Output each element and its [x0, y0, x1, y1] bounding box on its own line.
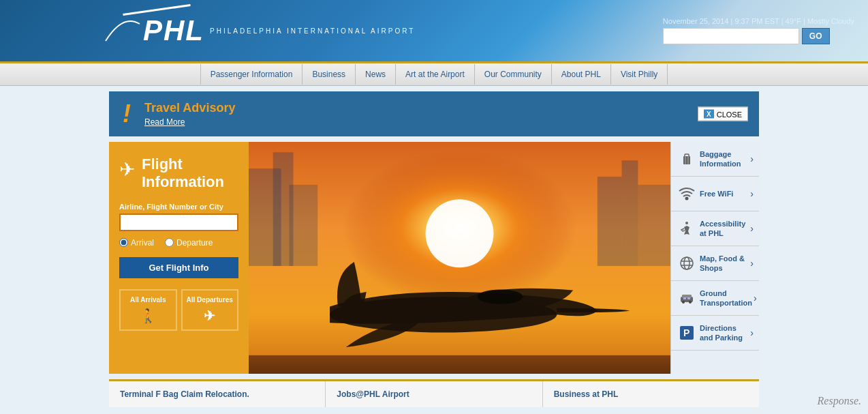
svg-rect-10	[622, 160, 638, 266]
sidebar-item-ground[interactable]: Ground Transportation ›	[671, 281, 759, 316]
hero-image	[249, 142, 670, 374]
departure-label: Departure	[176, 238, 213, 248]
svg-point-18	[681, 257, 693, 269]
advisory-icon: !	[123, 100, 131, 128]
get-flight-info-button[interactable]: Get Flight Info	[119, 257, 238, 278]
nav-visit-philly[interactable]: Visit Philly	[611, 64, 668, 85]
sidebar-item-parking[interactable]: P Directions and Parking ›	[671, 316, 759, 351]
header: PHL PHILADELPHIA INTERNATIONAL AIRPORT N…	[0, 0, 868, 61]
go-button[interactable]: GO	[802, 28, 830, 44]
accessibility-icon	[677, 218, 697, 239]
watermark: Response.	[818, 395, 861, 407]
advisory-title: Travel Advisory	[144, 101, 235, 115]
news-strip: Terminal F Bag Claim Relocation. Jobs@PH…	[109, 379, 759, 407]
flight-input-label: Airline, Flight Number or City	[119, 203, 238, 211]
wifi-icon	[677, 183, 697, 204]
svg-point-25	[689, 301, 692, 304]
search-container: GO	[663, 28, 854, 44]
nav-art-at-airport[interactable]: Art at the Airport	[396, 64, 475, 85]
svg-point-5	[478, 289, 523, 304]
sunset-svg	[249, 142, 670, 374]
svg-point-17	[685, 222, 688, 224]
advisory-close-button[interactable]: X CLOSE	[698, 107, 748, 121]
plane-icon: ✈	[119, 158, 135, 181]
svg-point-24	[682, 301, 685, 304]
close-label: CLOSE	[717, 110, 742, 118]
all-departures-button[interactable]: All Departures ✈	[181, 289, 239, 331]
nav-business[interactable]: Business	[303, 64, 356, 85]
logo-container: PHL PHILADELPHIA INTERNATIONAL AIRPORT	[102, 14, 415, 48]
parking-text: Directions and Parking	[700, 323, 749, 343]
ground-transport-icon	[677, 288, 697, 308]
all-arrivals-label: All Arrivals	[130, 296, 166, 304]
departure-radio-label[interactable]: Departure	[165, 238, 213, 248]
advisory-text: Travel Advisory Read More	[144, 101, 235, 128]
close-x-icon: X	[704, 110, 714, 119]
logo-phl: PHL	[143, 14, 204, 47]
svg-rect-12	[683, 156, 690, 164]
map-text: Map, Food & Shops	[700, 254, 749, 273]
nav-bar: Passenger Information Business News Art …	[0, 61, 868, 86]
news-text-3: Business at PHL	[554, 389, 619, 399]
arrivals-person-icon: 🚶	[140, 308, 157, 324]
news-item-2[interactable]: Jobs@PHL Airport	[326, 381, 542, 407]
svg-rect-27	[687, 297, 690, 299]
flight-panel: ✈ FlightInformation Airline, Flight Numb…	[109, 142, 249, 374]
map-arrow-icon: ›	[750, 258, 754, 269]
svg-point-19	[684, 257, 689, 269]
sidebar-item-baggage[interactable]: Baggage Information ›	[671, 142, 759, 177]
nav-passenger-information[interactable]: Passenger Information	[200, 64, 303, 85]
svg-rect-11	[638, 185, 670, 266]
logo-arc-icon	[102, 14, 143, 48]
map-icon	[677, 253, 697, 273]
news-item-3[interactable]: Business at PHL	[543, 381, 759, 407]
flight-info-title: FlightInformation	[142, 156, 224, 192]
search-input[interactable]	[663, 28, 799, 44]
nav-news[interactable]: News	[356, 64, 396, 85]
main-content: ✈ FlightInformation Airline, Flight Numb…	[109, 142, 759, 374]
nav-about-phl[interactable]: About PHL	[552, 64, 611, 85]
sidebar-item-map[interactable]: Map, Food & Shops ›	[671, 246, 759, 281]
all-arrivals-button[interactable]: All Arrivals 🚶	[119, 289, 177, 331]
arrival-label: Arrival	[131, 238, 154, 248]
arrivals-departures: All Arrivals 🚶 All Departures ✈	[119, 289, 238, 331]
svg-rect-3	[249, 355, 670, 374]
logo-subtitle: PHILADELPHIA INTERNATIONAL AIRPORT	[210, 27, 415, 35]
arrival-radio-label[interactable]: Arrival	[119, 238, 154, 248]
departures-plane-icon: ✈	[204, 308, 215, 324]
sidebar-item-wifi[interactable]: Free WiFi ›	[671, 177, 759, 211]
svg-point-2	[426, 199, 494, 267]
right-sidebar: Baggage Information › Free WiFi ›	[670, 142, 759, 374]
svg-point-16	[686, 198, 688, 200]
date-weather: November 25, 2014 | 9:37 PM EST | 49°F |…	[663, 17, 854, 25]
wifi-text: Free WiFi	[700, 189, 749, 198]
radio-group: Arrival Departure	[119, 238, 238, 248]
advisory-bar: ! Travel Advisory Read More X CLOSE	[109, 91, 759, 136]
parking-icon: P	[677, 323, 697, 343]
nav-our-community[interactable]: Our Community	[475, 64, 552, 85]
header-right: November 25, 2014 | 9:37 PM EST | 49°F |…	[663, 17, 854, 44]
flight-panel-header: ✈ FlightInformation	[119, 156, 238, 192]
sidebar-item-accessibility[interactable]: Accessibility at PHL ›	[671, 211, 759, 246]
ground-text: Ground Transportation	[700, 289, 752, 308]
svg-text:P: P	[683, 327, 689, 338]
ground-arrow-icon: ›	[754, 293, 757, 304]
accessibility-arrow-icon: ›	[750, 223, 754, 234]
accessibility-text: Accessibility at PHL	[700, 219, 749, 239]
parking-arrow-icon: ›	[750, 327, 754, 338]
news-text-1: Terminal F Bag Claim Relocation.	[120, 389, 249, 399]
news-item-1[interactable]: Terminal F Bag Claim Relocation.	[109, 381, 326, 407]
baggage-text: Baggage Information	[700, 149, 749, 169]
baggage-icon	[677, 149, 697, 169]
svg-rect-8	[290, 185, 318, 266]
departure-radio[interactable]	[165, 238, 174, 247]
advisory-read-more[interactable]: Read More	[144, 117, 185, 127]
svg-rect-26	[683, 297, 686, 299]
wifi-arrow-icon: ›	[750, 188, 754, 199]
arrival-radio[interactable]	[119, 238, 128, 247]
all-departures-label: All Departures	[187, 296, 233, 304]
svg-rect-9	[598, 177, 622, 266]
flight-search-input[interactable]	[119, 213, 238, 231]
baggage-arrow-icon: ›	[750, 153, 754, 164]
news-text-2: Jobs@PHL Airport	[337, 389, 409, 399]
